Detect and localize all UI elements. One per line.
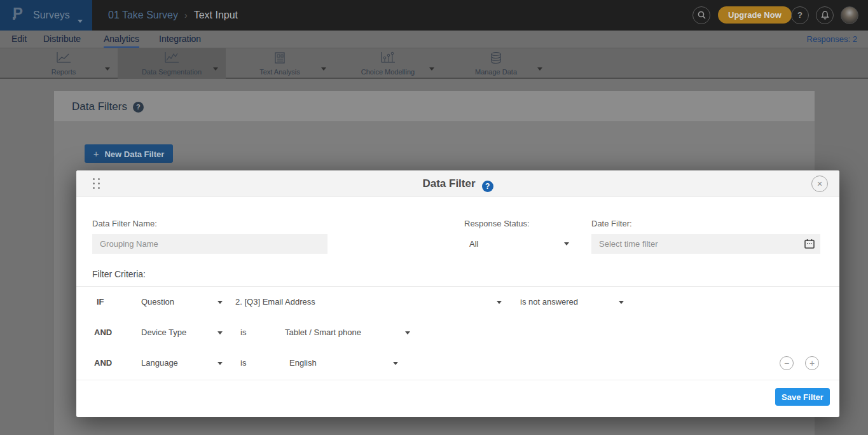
- add-criteria-button[interactable]: +: [805, 356, 819, 370]
- question-dropdown[interactable]: 2. [Q3] Email Address: [235, 289, 315, 315]
- chevron-down-icon: [564, 242, 569, 245]
- responses-count: Responses: 2: [807, 31, 858, 48]
- tab-distribute[interactable]: Distribute: [43, 31, 81, 48]
- value-dropdown[interactable]: Tablet / Smart phone: [285, 320, 361, 345]
- brand-area: P Surveys: [0, 0, 92, 31]
- date-filter-label: Date Filter:: [591, 219, 632, 228]
- save-filter-button[interactable]: Save Filter: [775, 388, 830, 406]
- criteria-row-and-1: AND Device Type is Tablet / Smart phone: [76, 320, 839, 345]
- response-status-label: Response Status:: [464, 219, 530, 228]
- line-chart-icon: [10, 52, 118, 67]
- breadcrumb: 01 Take Survey›Text Input: [108, 0, 238, 31]
- document-icon: [226, 52, 334, 67]
- plus-icon: +: [93, 148, 99, 159]
- chevron-down-icon[interactable]: [105, 62, 110, 73]
- chevron-down-icon[interactable]: [78, 14, 83, 25]
- notifications-button[interactable]: [816, 6, 834, 24]
- chevron-down-icon[interactable]: [537, 62, 542, 73]
- chevron-down-icon[interactable]: [619, 301, 624, 304]
- tab-analytics[interactable]: Analytics: [104, 31, 139, 48]
- field-dropdown[interactable]: Device Type: [141, 320, 186, 345]
- page-title: Data Filters?: [72, 91, 144, 122]
- breadcrumb-separator: ›: [184, 10, 188, 20]
- tab-edit[interactable]: Edit: [11, 31, 27, 48]
- operator-label: is: [240, 350, 246, 376]
- tab-integration[interactable]: Integration: [159, 31, 201, 48]
- plus-icon: +: [809, 358, 815, 368]
- search-icon: [698, 11, 706, 19]
- data-filter-modal: Data Filter? ✕ Data Filter Name: Respons…: [76, 170, 839, 417]
- name-label: Data Filter Name:: [92, 219, 157, 228]
- surveys-menu[interactable]: Surveys: [33, 0, 70, 31]
- top-bar: P Surveys 01 Take Survey›Text Input Upgr…: [0, 0, 868, 31]
- divider: [76, 380, 839, 380]
- toolbar-item-reports[interactable]: Reports: [10, 48, 118, 79]
- panel-header: Data Filters?: [54, 91, 815, 122]
- field-dropdown[interactable]: Question: [141, 289, 174, 315]
- calendar-icon[interactable]: [804, 238, 815, 251]
- date-filter-input[interactable]: [591, 234, 801, 254]
- minus-icon: −: [784, 358, 789, 368]
- field-dropdown[interactable]: Language: [141, 350, 178, 376]
- chevron-down-icon[interactable]: [321, 62, 326, 73]
- questionpro-logo[interactable]: P: [13, 4, 23, 22]
- chevron-down-icon[interactable]: [429, 62, 434, 73]
- chevron-down-icon[interactable]: [213, 62, 218, 73]
- user-avatar[interactable]: [841, 6, 858, 24]
- remove-criteria-button[interactable]: −: [780, 356, 794, 370]
- toolbar-item-text-analysis[interactable]: Text Analysis: [226, 48, 334, 79]
- date-filter-field[interactable]: [591, 234, 820, 254]
- chevron-down-icon[interactable]: [217, 331, 223, 335]
- toolbar-item-manage-data[interactable]: Manage Data: [442, 48, 550, 79]
- toolbar-item-choice-modelling[interactable]: Choice Modelling: [334, 48, 442, 79]
- help-icon[interactable]: ?: [133, 102, 144, 113]
- help-icon[interactable]: ?: [482, 181, 493, 192]
- toolbar-item-data-segmentation[interactable]: Data Segmentation: [118, 48, 226, 79]
- search-button[interactable]: [692, 6, 710, 24]
- logo-dot: [13, 17, 15, 20]
- survey-tab-bar: Edit Distribute Analytics Integration Re…: [0, 31, 868, 48]
- condition-dropdown[interactable]: is not answered: [520, 289, 578, 315]
- conjunction-label: AND: [94, 350, 112, 376]
- chevron-down-icon[interactable]: [497, 301, 502, 304]
- response-status-dropdown[interactable]: All: [464, 234, 569, 254]
- modal-title: Data Filter: [422, 177, 475, 190]
- conjunction-label: AND: [94, 320, 112, 345]
- bell-icon: [821, 11, 829, 20]
- chevron-down-icon[interactable]: [217, 301, 223, 304]
- criteria-row-if: IF Question 2. [Q3] Email Address is not…: [76, 289, 839, 315]
- chevron-down-icon[interactable]: [393, 362, 398, 365]
- filter-name-input[interactable]: [92, 234, 327, 254]
- analytics-toolbar: Reports Data Segmentation Text Analysis …: [0, 48, 868, 79]
- help-button[interactable]: ?: [791, 6, 809, 24]
- chevron-down-icon[interactable]: [405, 331, 410, 335]
- modal-header: Data Filter? ✕: [76, 170, 839, 197]
- database-icon: [442, 52, 550, 68]
- chevron-down-icon[interactable]: [217, 362, 223, 365]
- question-mark-icon: ?: [797, 10, 803, 20]
- conjunction-label: IF: [97, 289, 104, 315]
- scatter-chart-icon: [334, 52, 442, 67]
- trend-chart-icon: [118, 52, 226, 67]
- filter-criteria-label: Filter Criteria:: [92, 269, 146, 279]
- divider: [76, 286, 839, 287]
- upgrade-now-button[interactable]: Upgrade Now: [718, 6, 792, 24]
- new-data-filter-button[interactable]: +New Data Filter: [85, 144, 173, 163]
- close-button[interactable]: ✕: [811, 176, 828, 192]
- operator-label: is: [240, 320, 246, 345]
- value-dropdown[interactable]: English: [289, 350, 317, 376]
- close-icon: ✕: [816, 180, 822, 188]
- breadcrumb-survey-link[interactable]: 01 Take Survey: [108, 10, 178, 20]
- breadcrumb-current-page: Text Input: [194, 10, 238, 20]
- criteria-row-and-2: AND Language is English − +: [76, 350, 839, 376]
